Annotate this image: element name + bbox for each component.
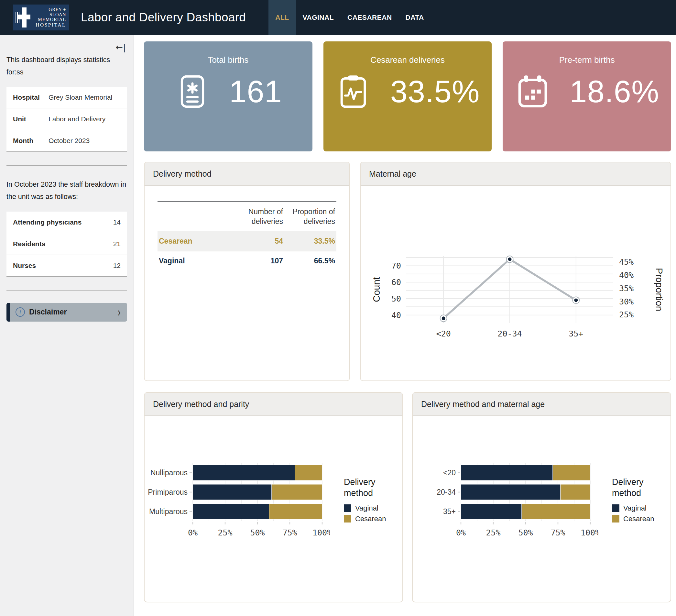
svg-text:100%: 100% xyxy=(313,528,330,538)
calendar-icon xyxy=(515,73,551,110)
main-content: Total births 161 Cesarean deliveries xyxy=(135,35,676,616)
column-header: Number of deliveries xyxy=(238,207,283,226)
svg-text:0%: 0% xyxy=(188,528,198,538)
divider xyxy=(6,290,127,290)
legend-swatch xyxy=(612,504,619,512)
svg-text:50%: 50% xyxy=(518,528,533,538)
svg-text:45%: 45% xyxy=(619,257,634,267)
staff-row-value: 12 xyxy=(113,262,121,270)
delivery-method-table: Number of deliveries Proportion of deliv… xyxy=(158,201,336,271)
column-header: Proportion of deliveries xyxy=(283,207,336,226)
legend-item-cesarean: Cesarean xyxy=(344,515,399,523)
svg-text:35%: 35% xyxy=(619,284,634,293)
kpi-value: 33.5% xyxy=(390,74,480,109)
svg-text:25%: 25% xyxy=(619,310,634,319)
hospital-cross-icon xyxy=(15,7,32,28)
table-header-row: Number of deliveries Proportion of deliv… xyxy=(158,201,336,231)
sidebar-intro-text: This dashboard displays statistics for:s… xyxy=(6,54,127,78)
parity-panel: Delivery method and parity NulliparousPr… xyxy=(144,392,403,602)
panel-title: Delivery method and parity xyxy=(145,393,402,416)
legend-item-vaginal: Vaginal xyxy=(344,504,399,512)
row-proportion: 66.5% xyxy=(283,257,336,265)
kpi-card-cesarean-deliveries: Cesarean deliveries 33.5% xyxy=(324,41,492,152)
legend-swatch xyxy=(612,515,619,522)
legend-item-cesarean: Cesarean xyxy=(612,515,668,523)
maternal-age-line-chart: 4050607025%30%35%40%45%<2020-3435+CountP… xyxy=(367,253,664,340)
table-row: Cesarean5433.5% xyxy=(158,231,336,251)
svg-text:70: 70 xyxy=(391,261,401,271)
row-count: 107 xyxy=(238,257,283,265)
svg-text:75%: 75% xyxy=(551,528,565,538)
legend-parity: Delivery method VaginalCesarean xyxy=(344,477,399,525)
info-row-value: Grey Sloan Memorial xyxy=(49,94,112,101)
delivery-method-panel: Delivery method Number of deliveries Pro… xyxy=(144,162,350,381)
svg-text:35+: 35+ xyxy=(443,507,456,516)
svg-text:20-34: 20-34 xyxy=(437,488,456,496)
legend-items: VaginalCesarean xyxy=(612,504,668,523)
kpi-row: Total births 161 Cesarean deliveries xyxy=(144,41,671,152)
age-method-stacked-bar-chart: <2020-3435+0%25%50%75%100% xyxy=(416,460,598,542)
kpi-value: 161 xyxy=(229,74,282,109)
hospital-logo: GREY + SLOAN MEMORIAL HOSPITAL xyxy=(13,5,69,31)
svg-text:Primiparous: Primiparous xyxy=(148,488,187,496)
info-row-label: Month xyxy=(13,137,49,145)
legend-label: Vaginal xyxy=(355,504,379,512)
tab-all[interactable]: ALL xyxy=(269,0,296,35)
divider xyxy=(6,165,127,166)
parity-stacked-bar-chart: NulliparousPrimiparousMultiparous0%25%50… xyxy=(148,460,330,542)
legend-swatch xyxy=(344,515,351,522)
disclaimer-label: Disclaimer xyxy=(29,308,67,317)
staff-row-label: Nurses xyxy=(13,262,113,270)
info-row: HospitalGrey Sloan Memorial xyxy=(6,87,127,108)
staff-table: Attending physicians14Residents21Nurses1… xyxy=(6,212,127,277)
tab-caesarean[interactable]: CAESAREAN xyxy=(341,0,399,35)
staff-row-value: 21 xyxy=(113,240,121,248)
clipboard-pulse-icon xyxy=(335,73,371,110)
kpi-card-total-births: Total births 161 xyxy=(144,41,313,152)
staff-row: Nurses12 xyxy=(6,255,127,276)
row-label: Vaginal xyxy=(158,257,238,265)
tab-data[interactable]: DATA xyxy=(399,0,431,35)
staff-row-label: Residents xyxy=(13,240,113,248)
legend-label: Cesarean xyxy=(355,515,386,523)
table-row: Vaginal10766.5% xyxy=(158,251,336,271)
svg-text:<20: <20 xyxy=(436,329,451,338)
svg-text:Proportion: Proportion xyxy=(654,268,664,311)
panel-title: Delivery method xyxy=(145,162,349,186)
svg-text:35+: 35+ xyxy=(569,329,583,338)
delivery-method-table-body: Cesarean5433.5%Vaginal10766.5% xyxy=(158,231,336,271)
tab-vaginal[interactable]: VAGINAL xyxy=(296,0,341,35)
svg-text:40%: 40% xyxy=(619,271,634,280)
staff-row: Attending physicians14 xyxy=(6,212,127,233)
legend-label: Vaginal xyxy=(623,504,646,512)
svg-text:Count: Count xyxy=(371,277,382,302)
staff-intro-text: In October 2023 the staff breakdown in t… xyxy=(6,179,127,203)
birth-certificate-icon xyxy=(174,73,211,110)
svg-text:30%: 30% xyxy=(619,297,634,306)
svg-text:<20: <20 xyxy=(443,468,456,477)
svg-text:100%: 100% xyxy=(580,528,598,538)
row-proportion: 33.5% xyxy=(283,237,336,245)
disclaimer-button[interactable]: i Disclaimer › xyxy=(6,303,127,322)
info-row: MonthOctober 2023 xyxy=(6,130,127,152)
legend-items: VaginalCesarean xyxy=(344,504,399,523)
svg-text:0%: 0% xyxy=(456,528,466,538)
svg-text:Multiparous: Multiparous xyxy=(149,507,187,516)
svg-text:40: 40 xyxy=(391,311,401,320)
kpi-label: Pre-term births xyxy=(503,55,671,65)
info-row-value: Labor and Delivery xyxy=(49,115,105,123)
legend-swatch xyxy=(344,504,351,512)
row-label: Cesarean xyxy=(158,237,238,245)
legend-title: Delivery method xyxy=(612,477,654,499)
sidebar-collapse-icon[interactable]: ←| xyxy=(114,42,127,52)
nav-tabs: ALLVAGINALCAESAREANDATA xyxy=(269,0,431,35)
legend-item-vaginal: Vaginal xyxy=(612,504,668,512)
legend-label: Cesarean xyxy=(623,515,654,523)
svg-text:20-34: 20-34 xyxy=(498,329,522,338)
kpi-label: Total births xyxy=(144,55,313,65)
kpi-card-preterm-births: Pre-term births 18.6% xyxy=(503,41,671,152)
info-row-label: Hospital xyxy=(13,94,49,101)
svg-text:50%: 50% xyxy=(250,528,265,538)
page-title: Labor and Delivery Dashboard xyxy=(81,11,246,24)
app-header: GREY + SLOAN MEMORIAL HOSPITAL Labor and… xyxy=(0,0,676,35)
